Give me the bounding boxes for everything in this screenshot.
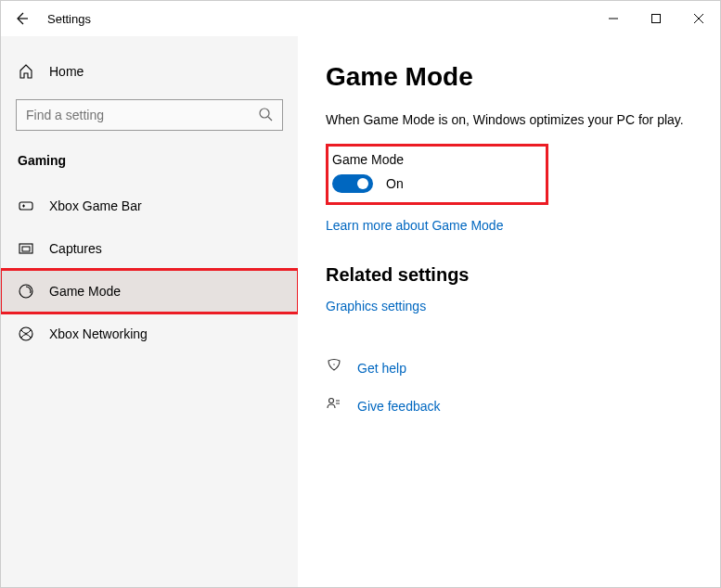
svg-rect-10: [22, 247, 30, 251]
xbox-networking-icon: [18, 326, 38, 342]
game-mode-icon: [18, 283, 38, 300]
game-bar-icon: [18, 198, 38, 214]
maximize-icon: [650, 13, 662, 24]
svg-point-13: [333, 364, 334, 364]
svg-point-14: [329, 399, 334, 403]
arrow-left-icon: [14, 11, 29, 26]
give-feedback-row[interactable]: Give feedback: [326, 396, 692, 415]
window-controls: [592, 1, 720, 36]
related-settings-heading: Related settings: [326, 264, 692, 286]
sidebar-item-game-mode[interactable]: Game Mode: [1, 270, 298, 313]
home-nav[interactable]: Home: [1, 53, 298, 90]
sidebar-item-xbox-networking[interactable]: Xbox Networking: [1, 313, 298, 355]
graphics-settings-link[interactable]: Graphics settings: [326, 299, 426, 313]
captures-icon: [18, 240, 38, 257]
svg-line-5: [268, 117, 272, 121]
feedback-icon: [326, 396, 344, 415]
help-icon: [326, 358, 344, 377]
page-description: When Game Mode is on, Windows optimizes …: [326, 112, 692, 127]
page-title: Game Mode: [326, 62, 692, 92]
search-icon: [258, 107, 273, 124]
sidebar-item-xbox-game-bar[interactable]: Xbox Game Bar: [1, 185, 298, 227]
toggle-knob: [357, 178, 368, 189]
maximize-button[interactable]: [635, 1, 677, 36]
search-box[interactable]: [16, 99, 283, 131]
sidebar-item-label: Game Mode: [38, 284, 121, 299]
svg-rect-1: [652, 15, 661, 23]
get-help-link[interactable]: Get help: [357, 361, 406, 376]
back-button[interactable]: [1, 1, 42, 36]
home-icon: [18, 63, 38, 80]
minimize-button[interactable]: [592, 1, 635, 36]
search-input[interactable]: [26, 108, 258, 122]
close-icon: [693, 13, 704, 24]
sidebar-item-label: Captures: [38, 241, 102, 256]
toggle-label: Game Mode: [332, 152, 536, 167]
category-heading: Gaming: [1, 147, 298, 185]
window-title: Settings: [42, 12, 91, 26]
toggle-row: On: [332, 174, 536, 193]
give-feedback-link[interactable]: Give feedback: [357, 399, 441, 414]
sidebar-item-label: Xbox Game Bar: [38, 198, 142, 213]
svg-rect-6: [19, 202, 32, 210]
sidebar: Home Gaming Xbox Game Bar Captures: [1, 36, 298, 587]
main-panel: Game Mode When Game Mode is on, Windows …: [298, 36, 720, 587]
game-mode-toggle[interactable]: [332, 174, 373, 193]
titlebar: Settings: [1, 1, 720, 36]
game-mode-toggle-region: Game Mode On: [326, 144, 548, 205]
content-area: Home Gaming Xbox Game Bar Captures: [1, 36, 720, 587]
sidebar-item-label: Xbox Networking: [38, 326, 148, 341]
svg-point-4: [260, 109, 269, 118]
get-help-row[interactable]: Get help: [326, 358, 692, 377]
toggle-state: On: [386, 176, 404, 191]
settings-window: Settings Home: [0, 0, 721, 588]
close-button[interactable]: [677, 1, 720, 36]
sidebar-item-captures[interactable]: Captures: [1, 227, 298, 270]
learn-more-link[interactable]: Learn more about Game Mode: [326, 218, 503, 233]
minimize-icon: [608, 13, 619, 24]
home-label: Home: [38, 64, 84, 79]
